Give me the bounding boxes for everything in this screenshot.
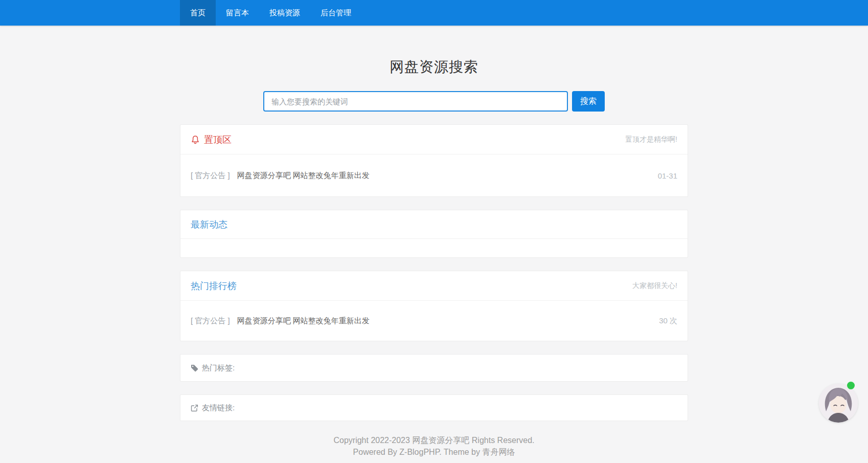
pinned-subtitle: 置顶才是精华啊!: [625, 135, 677, 144]
hot-header: 热门排行榜 大家都很关心!: [180, 271, 688, 301]
footer: Copyright 2022-2023 网盘资源分享吧 Rights Reser…: [180, 434, 688, 458]
footer-powered-by: Powered By Z-BlogPHP. Theme by 青舟网络: [180, 446, 688, 458]
nav-item-submit[interactable]: 投稿资源: [259, 0, 310, 26]
external-link-icon: [191, 404, 198, 412]
pinned-title: 置顶区: [204, 134, 232, 146]
avatar-image: [819, 384, 858, 423]
search-bar: 搜索: [0, 91, 868, 112]
bell-icon: [191, 135, 200, 144]
card-links: 友情链接:: [180, 394, 688, 421]
online-status-dot: [847, 382, 855, 389]
search-button[interactable]: 搜索: [572, 91, 605, 112]
row-category: [ 官方公告 ]: [191, 316, 230, 326]
nav-item-home[interactable]: 首页: [180, 0, 216, 26]
row-title-link[interactable]: 网盘资源分享吧 网站整改兔年重新出发: [237, 316, 370, 326]
chat-widget[interactable]: [819, 382, 858, 423]
hot-subtitle: 大家都很关心!: [632, 281, 677, 291]
row-category: [ 官方公告 ]: [191, 171, 230, 181]
latest-header: 最新动态: [180, 210, 688, 239]
nav-item-guestbook[interactable]: 留言本: [216, 0, 259, 26]
row-title-link[interactable]: 网盘资源分享吧 网站整改兔年重新出发: [237, 171, 370, 181]
tags-label: 热门标签:: [202, 363, 235, 373]
announcement-row: [ 官方公告 ] 网盘资源分享吧 网站整改兔年重新出发 01-31: [180, 155, 688, 196]
footer-copyright: Copyright 2022-2023 网盘资源分享吧 Rights Reser…: [180, 434, 688, 446]
page-title: 网盘资源搜索: [0, 57, 868, 77]
card-latest: 最新动态: [180, 210, 688, 258]
links-label: 友情链接:: [202, 403, 235, 413]
pinned-header: 置顶区 置顶才是精华啊!: [180, 125, 688, 155]
top-nav: 首页 留言本 投稿资源 后台管理: [0, 0, 868, 26]
card-hot: 热门排行榜 大家都很关心! [ 官方公告 ] 网盘资源分享吧 网站整改兔年重新出…: [180, 271, 688, 341]
tag-icon: [191, 364, 198, 372]
row-date: 01-31: [658, 171, 677, 180]
latest-empty-area: [180, 239, 688, 257]
avatar[interactable]: [819, 384, 858, 423]
search-input[interactable]: [263, 91, 568, 112]
latest-title[interactable]: 最新动态: [191, 218, 227, 231]
card-pinned: 置顶区 置顶才是精华啊! [ 官方公告 ] 网盘资源分享吧 网站整改兔年重新出发…: [180, 124, 688, 197]
hot-title[interactable]: 热门排行榜: [191, 280, 237, 292]
hot-row: [ 官方公告 ] 网盘资源分享吧 网站整改兔年重新出发 30 次: [180, 301, 688, 341]
row-view-count: 30 次: [659, 316, 677, 326]
nav-item-admin[interactable]: 后台管理: [310, 0, 361, 26]
card-tags: 热门标签:: [180, 354, 688, 382]
